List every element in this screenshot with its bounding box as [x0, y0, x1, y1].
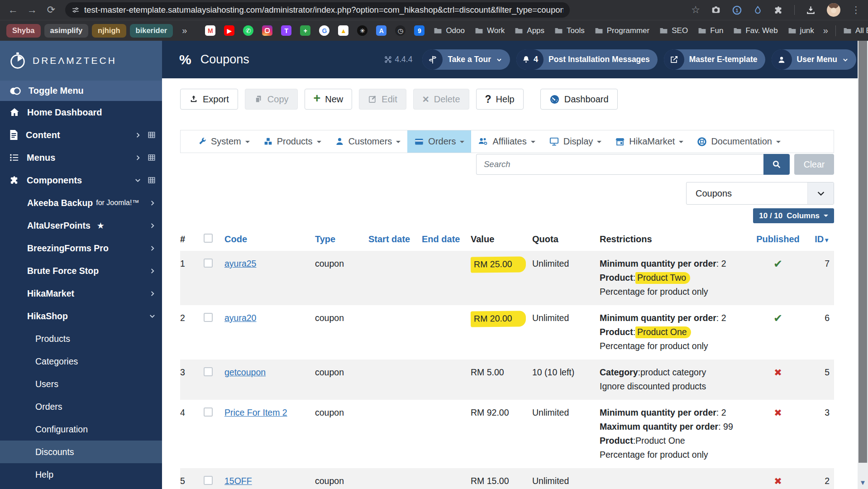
scrollbar-thumb[interactable] [858, 41, 867, 463]
chip-overflow-icon[interactable]: » [182, 25, 187, 36]
row-checkbox[interactable] [204, 259, 213, 268]
sidebar-item-hikamarket[interactable]: HikaMarket [0, 282, 162, 305]
sidebar-item-products[interactable]: Products [0, 327, 162, 350]
col-start-date[interactable]: Start date [368, 229, 422, 251]
sidebar-item-hikashop[interactable]: HikaShop [0, 305, 162, 327]
sidebar-item-toggle-menu[interactable]: Toggle Menu [0, 81, 162, 101]
clock-icon[interactable]: ◷ [395, 25, 405, 36]
bookmark-star-icon[interactable]: ☆ [691, 4, 700, 16]
bookmark-folder-tools[interactable]: Tools [554, 26, 585, 35]
bookmark-folder-apps[interactable]: Apps [515, 26, 544, 35]
sidebar-item-configuration[interactable]: Configuration [0, 418, 162, 441]
menubar-item-display[interactable]: Display [542, 130, 609, 153]
published-check-icon[interactable]: ✔ [773, 312, 782, 324]
edit-button[interactable]: Edit [359, 89, 406, 110]
col-type[interactable]: Type [315, 229, 368, 251]
select-all-checkbox[interactable] [204, 229, 224, 251]
take-a-tour-button[interactable]: Take a Tour [422, 49, 510, 70]
master-etemplate-button[interactable]: Master E-template [664, 49, 765, 70]
bookmark-chip-njhigh[interactable]: njhigh [92, 24, 126, 38]
bookmark-folder-seo[interactable]: SEO [659, 26, 688, 35]
sidebar-item-breezingforms-pro[interactable]: BreezingForms Pro [0, 237, 162, 259]
bookmark-folder-work[interactable]: Work [475, 26, 505, 35]
menubar-item-affiliates[interactable]: Affiliates [471, 130, 542, 153]
col-end-date[interactable]: End date [422, 229, 471, 251]
published-cell[interactable]: ✖ [752, 400, 806, 468]
row-checkbox[interactable] [204, 408, 213, 417]
col-id[interactable]: ID▼ [806, 229, 834, 251]
sidebar-item-content[interactable]: Content [0, 124, 162, 146]
bookmarks-overflow-icon[interactable]: » [823, 25, 828, 36]
page-scrollbar[interactable]: ▼ [858, 41, 868, 489]
screenshot-icon[interactable] [711, 5, 721, 15]
col-code[interactable]: Code [224, 229, 315, 251]
row-checkbox[interactable] [204, 367, 213, 376]
menubar-item-hikamarket[interactable]: HikaMarket [608, 130, 690, 153]
row-checkbox[interactable] [204, 313, 213, 322]
bookmark-folder-fun[interactable]: Fun [698, 26, 723, 35]
downloads-icon[interactable] [806, 5, 816, 15]
row-checkbox-cell[interactable] [204, 305, 224, 360]
sidebar-item-users[interactable]: Users [0, 373, 162, 395]
bookmark-folder-junk[interactable]: junk [788, 26, 814, 35]
translate-icon[interactable]: A [376, 25, 386, 36]
grid-shortcut-icon[interactable] [148, 153, 156, 162]
chrome-menu-icon[interactable]: ⋮ [851, 5, 861, 15]
sidebar-item-discounts[interactable]: Discounts [0, 441, 162, 463]
published-cell[interactable]: ✔ [752, 305, 806, 360]
bookmark-folder-odoo[interactable]: Odoo [434, 26, 465, 35]
clear-button[interactable]: Clear [794, 154, 834, 175]
columns-selector-button[interactable]: 10 / 10 Columns [753, 208, 834, 223]
menubar-item-products[interactable]: Products [257, 130, 328, 153]
coupon-code-link[interactable]: 15OFF [224, 476, 252, 486]
whatsapp-icon[interactable]: ✆ [243, 25, 253, 36]
site-settings-icon[interactable] [72, 6, 80, 14]
youtube-icon[interactable]: ▶ [224, 25, 234, 36]
sidebar-item-components[interactable]: Components [0, 169, 162, 192]
openai-icon[interactable]: ✳ [357, 25, 367, 36]
copy-button[interactable]: Copy [245, 89, 298, 110]
bookmark-chip-asimplify[interactable]: asimplify [44, 24, 89, 38]
twitch-icon[interactable]: T [281, 25, 291, 36]
sidebar-item-altauserpoints[interactable]: AltaUserPoints★ [0, 214, 162, 237]
sidebar-item-menus[interactable]: Menus [0, 146, 162, 169]
add-icon[interactable]: + [300, 25, 310, 36]
new-button[interactable]: + New [305, 89, 353, 110]
published-cell[interactable]: ✖ [752, 468, 806, 489]
bookmark-folder-programmer[interactable]: Programmer [595, 26, 649, 35]
sidebar-item-help[interactable]: Help [0, 463, 162, 486]
grid-shortcut-icon[interactable] [148, 131, 156, 139]
profile-avatar[interactable] [827, 3, 840, 17]
drive-icon[interactable]: ▲ [338, 25, 348, 36]
coupon-code-link[interactable]: ayura20 [224, 313, 256, 323]
instagram-icon[interactable] [262, 25, 272, 36]
coupon-code-link[interactable]: ayura25 [224, 259, 256, 268]
sidebar-item-categories[interactable]: Categories [0, 350, 162, 373]
published-cell[interactable]: ✔ [752, 251, 806, 305]
user-menu-button[interactable]: User Menu [772, 49, 856, 70]
google-icon[interactable]: G [319, 25, 329, 36]
row-checkbox-cell[interactable] [204, 400, 224, 468]
bookmark-chip-shyba[interactable]: Shyba [6, 24, 41, 38]
bookmark-folder-fav-web[interactable]: Fav. Web [733, 26, 777, 35]
scrollbar-down-arrow[interactable]: ▼ [858, 479, 868, 486]
menubar-item-orders[interactable]: Orders [407, 130, 471, 153]
row-checkbox-cell[interactable] [204, 360, 224, 400]
menubar-item-customers[interactable]: Customers [328, 130, 408, 153]
droplet-extension-icon[interactable] [753, 5, 763, 15]
help-button[interactable]: ? Help [476, 89, 524, 110]
sidebar-item-home-dashboard[interactable]: Home Dashboard [0, 101, 162, 124]
dashboard-button[interactable]: Dashboard [540, 89, 618, 110]
sidebar-item-orders[interactable]: Orders [0, 395, 162, 418]
grid-shortcut-icon[interactable] [148, 176, 156, 184]
row-checkbox[interactable] [204, 476, 213, 485]
address-bar[interactable]: test-master-etemplate.satumalaysiahostin… [65, 2, 570, 18]
coupon-code-link[interactable]: Price For Item 2 [224, 408, 287, 417]
published-cell[interactable]: ✖ [752, 360, 806, 400]
bookmark-chip-bikerider[interactable]: bikerider [130, 24, 173, 38]
search-input[interactable] [476, 154, 763, 175]
back-icon[interactable]: ← [5, 1, 22, 19]
unpublished-cross-icon[interactable]: ✖ [774, 367, 782, 378]
sidebar-item-akeeba-backup[interactable]: Akeeba Backupfor Joomla!™ [0, 192, 162, 214]
reload-icon[interactable]: ⟳ [43, 1, 60, 19]
